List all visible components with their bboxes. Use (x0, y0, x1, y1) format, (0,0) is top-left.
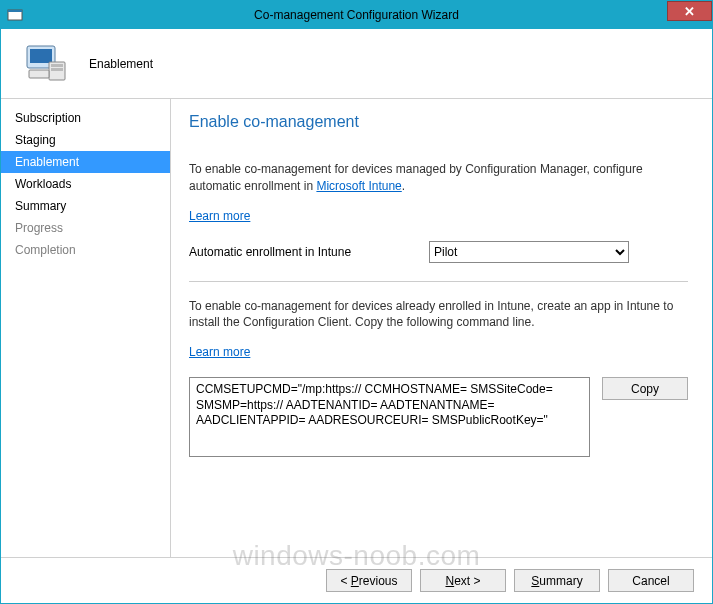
titlebar: Co-management Configuration Wizard ✕ (1, 1, 712, 29)
section1-desc-text: To enable co-management for devices mana… (189, 162, 643, 193)
svg-rect-7 (29, 70, 49, 78)
svg-rect-5 (51, 64, 63, 67)
section1-desc-post: . (402, 179, 405, 193)
computer-icon (21, 40, 69, 88)
close-icon: ✕ (684, 4, 695, 19)
microsoft-intune-link[interactable]: Microsoft Intune (316, 179, 401, 193)
step-title: Enablement (89, 57, 153, 71)
summary-label: ummary (539, 574, 582, 588)
wizard-sidebar: Subscription Staging Enablement Workload… (1, 99, 171, 557)
cancel-button[interactable]: Cancel (608, 569, 694, 592)
next-button[interactable]: Next > (420, 569, 506, 592)
auto-enrollment-select[interactable]: Pilot (429, 241, 629, 263)
learn-more-link-1[interactable]: Learn more (189, 209, 250, 223)
summary-button[interactable]: Summary (514, 569, 600, 592)
command-line-textbox[interactable]: CCMSETUPCMD="/mp:https:// CCMHOSTNAME= S… (189, 377, 590, 457)
wizard-footer: < Previous Next > Summary Cancel (1, 557, 712, 603)
copy-button[interactable]: Copy (602, 377, 688, 400)
svg-rect-6 (51, 68, 63, 71)
previous-button[interactable]: < Previous (326, 569, 412, 592)
section1-description: To enable co-management for devices mana… (189, 161, 688, 195)
previous-label: revious (359, 574, 398, 588)
command-row: CCMSETUPCMD="/mp:https:// CCMHOSTNAME= S… (189, 377, 688, 457)
sidebar-item-staging[interactable]: Staging (1, 129, 170, 151)
window-buttons: ✕ (667, 1, 712, 21)
section2-description: To enable co-management for devices alre… (189, 298, 688, 332)
wizard-body: Subscription Staging Enablement Workload… (1, 99, 712, 557)
section-separator (189, 281, 688, 282)
next-label: ext (454, 574, 470, 588)
sidebar-item-subscription[interactable]: Subscription (1, 107, 170, 129)
close-button[interactable]: ✕ (667, 1, 712, 21)
sidebar-item-progress: Progress (1, 217, 170, 239)
app-icon (7, 7, 23, 23)
auto-enrollment-label: Automatic enrollment in Intune (189, 245, 389, 259)
wizard-content: Enable co-management To enable co-manage… (171, 99, 712, 557)
sidebar-item-summary[interactable]: Summary (1, 195, 170, 217)
wizard-window: Co-management Configuration Wizard ✕ Ena… (0, 0, 713, 604)
sidebar-item-enablement[interactable]: Enablement (1, 151, 170, 173)
wizard-header: Enablement (1, 29, 712, 99)
sidebar-item-workloads[interactable]: Workloads (1, 173, 170, 195)
learn-more-link-2[interactable]: Learn more (189, 345, 250, 359)
auto-enrollment-field: Automatic enrollment in Intune Pilot (189, 241, 688, 263)
svg-rect-1 (8, 10, 22, 12)
page-title: Enable co-management (189, 113, 688, 131)
sidebar-item-completion: Completion (1, 239, 170, 261)
svg-rect-3 (30, 49, 52, 63)
window-title: Co-management Configuration Wizard (254, 8, 459, 22)
